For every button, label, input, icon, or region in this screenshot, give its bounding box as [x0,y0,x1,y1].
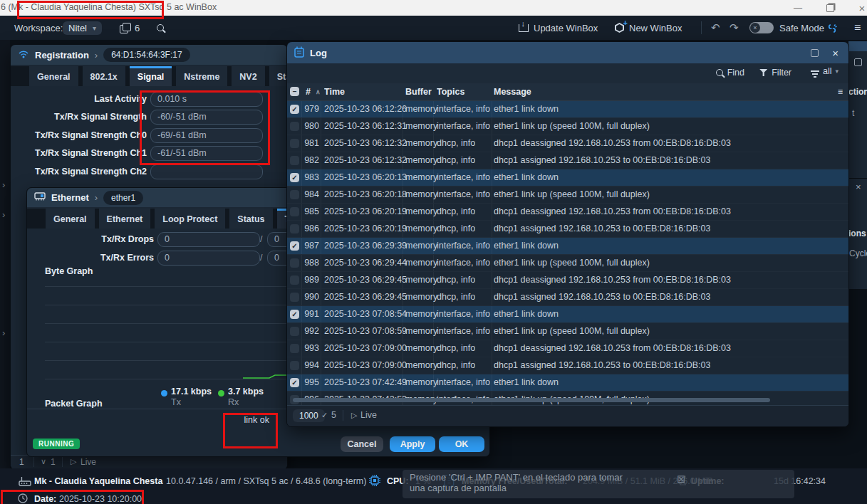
menu-button[interactable]: ≡ [854,16,861,40]
log-row[interactable]: 9942025-10-23 07:09:00memorydhcp, infodh… [287,357,848,374]
live-toggle[interactable]: Live [360,410,377,420]
tab-general[interactable]: General [29,66,78,86]
tab-loop-protect[interactable]: Loop Protect [155,209,225,229]
search-button[interactable] [157,16,164,40]
horizontal-scrollbar[interactable] [293,398,770,402]
column-separator [492,272,492,288]
log-titlebar[interactable]: Log × [287,42,848,63]
row-checkbox[interactable] [290,224,299,233]
col-time[interactable]: Time [324,83,345,100]
row-checkbox[interactable] [290,156,299,165]
row-checkbox[interactable]: ✓ [290,173,299,182]
row-checkbox[interactable] [290,344,299,353]
redo-button[interactable]: ↷ [730,16,739,40]
log-row[interactable]: ✓9912025-10-23 07:08:54memoryinterface, … [287,306,848,323]
live-toggle[interactable]: Live [81,457,96,467]
live-play-icon[interactable]: ▷ [71,457,76,466]
row-checkbox[interactable] [290,361,299,370]
update-winbox-button[interactable]: Update WinBox [519,16,598,40]
cell-time: 2025-10-23 07:08:59 [324,323,407,340]
field-value-signal-strength[interactable]: -60/-51 dBm [150,110,263,125]
log-row[interactable]: 9932025-10-23 07:09:00memorydhcp, infodh… [287,340,848,357]
live-play-icon[interactable]: ▷ [351,411,357,420]
restore-button[interactable] [816,0,844,16]
log-row[interactable]: ✓9792025-10-23 06:12:26memoryinterface, … [287,101,848,118]
col-buffer[interactable]: Buffer [405,83,432,100]
panel-chevron-icon[interactable]: › [2,209,5,220]
column-separator [301,289,302,305]
log-row[interactable]: ✓9952025-10-23 07:42:49memoryinterface, … [287,374,848,392]
log-row[interactable]: 9892025-10-23 06:29:45memorydhcp, infodh… [287,272,848,289]
field-value-signal-strength[interactable]: -69/-61 dBm [150,128,263,143]
col-message[interactable]: Message [494,83,531,100]
find-button[interactable]: Find [716,68,744,78]
log-row[interactable]: 9812025-10-23 06:12:32memorydhcp, infodh… [287,135,848,152]
log-row[interactable]: 9842025-10-23 06:20:18memoryinterface, i… [287,187,848,204]
fragment-label: ions [848,229,866,238]
row-checkbox[interactable]: ✓ [290,241,299,251]
log-row[interactable]: ✓9872025-10-23 06:29:39memoryinterface, … [287,238,848,255]
new-winbox-button[interactable]: + New WinBox [615,16,682,40]
field-value-signal-strength[interactable]: -61/-51 dBm [150,146,263,161]
ok-button[interactable]: OK [439,436,484,452]
tab-status[interactable]: Status [229,209,272,229]
tab-signal[interactable]: Signal [130,66,172,86]
cell-message: dhcp1 assigned 192.168.10.253 to 00:EB:D… [494,357,710,374]
field-value-tx[interactable]: 0 [157,251,260,266]
panel-chevron-icon[interactable]: › [2,179,5,190]
entry-limit-field[interactable]: 1000 [293,409,325,422]
columns-menu-icon[interactable]: ≡ [838,83,843,100]
close-button[interactable]: × [848,0,867,16]
log-row[interactable]: 9862025-10-23 06:20:19memorydhcp, infodh… [287,221,848,238]
field-value-signal-strength[interactable] [150,164,263,179]
log-row[interactable]: ✓9832025-10-23 06:20:13memoryinterface, … [287,169,848,187]
tab-nv2[interactable]: NV2 [232,66,264,86]
col-number[interactable]: # [306,83,311,100]
col-topics[interactable]: Topics [437,83,464,100]
close-icon[interactable]: × [832,47,839,59]
row-checkbox[interactable] [290,327,299,336]
registration-titlebar[interactable]: Registration › 64:D1:54:64:3F:17 [11,45,287,65]
select-all-checkbox[interactable]: – [290,87,299,96]
minimize-button[interactable]: — [784,0,812,16]
expand-icon[interactable] [811,49,819,57]
log-row[interactable]: 9922025-10-23 07:08:59memoryinterface, i… [287,323,848,340]
workspace-dropdown[interactable]: Nitel▾ [63,16,102,40]
row-checkbox[interactable]: ✓ [290,378,299,387]
log-row[interactable]: 9852025-10-23 06:20:19memorydhcp, infodh… [287,204,848,221]
row-checkbox[interactable]: ✓ [290,105,299,114]
row-checkbox[interactable] [290,190,299,199]
sessions-button[interactable]: 6 [120,16,140,40]
expand-icon[interactable] [854,58,862,66]
log-row[interactable]: 9802025-10-23 06:12:31memoryinterface, i… [287,118,848,135]
field-value-last-activity[interactable]: 0.010 s [150,92,263,107]
chevron-down-icon[interactable]: ∨ [41,457,46,466]
cell-message: dhcp1 deassigned 192.168.10.253 from 00:… [494,204,731,220]
field-value-tx[interactable]: 0 [157,232,260,247]
tab-general[interactable]: General [46,209,95,229]
column-separator [492,357,492,374]
row-checkbox[interactable] [290,139,299,148]
tab-ethernet[interactable]: Ethernet [99,209,151,229]
row-checkbox[interactable]: ✓ [290,310,299,319]
row-checkbox[interactable] [290,207,299,216]
row-checkbox[interactable] [290,258,299,268]
cancel-button[interactable]: Cancel [341,436,383,452]
sort-asc-icon[interactable]: ∧ [316,83,321,100]
disconnect-icon[interactable] [826,16,839,40]
safe-mode-toggle[interactable]: × [749,16,774,40]
filter-button[interactable]: Filter [759,68,791,78]
scope-dropdown[interactable]: all▾ [811,70,839,78]
log-row[interactable]: 9882025-10-23 06:29:44memoryinterface, i… [287,255,848,272]
undo-button[interactable]: ↶ [711,16,720,40]
tab-802-1x[interactable]: 802.1x [83,66,125,86]
panel-chevron-icon[interactable]: › [2,327,5,338]
tab-nstreme[interactable]: Nstreme [176,66,227,86]
apply-button[interactable]: Apply [390,436,435,452]
row-checkbox[interactable] [290,293,299,302]
close-icon[interactable]: × [856,182,861,192]
log-row[interactable]: 9822025-10-23 06:12:32memorydhcp, infodh… [287,152,848,169]
row-checkbox[interactable] [290,122,299,131]
row-checkbox[interactable] [290,275,299,285]
log-row[interactable]: 9902025-10-23 06:29:45memorydhcp, infodh… [287,289,848,306]
